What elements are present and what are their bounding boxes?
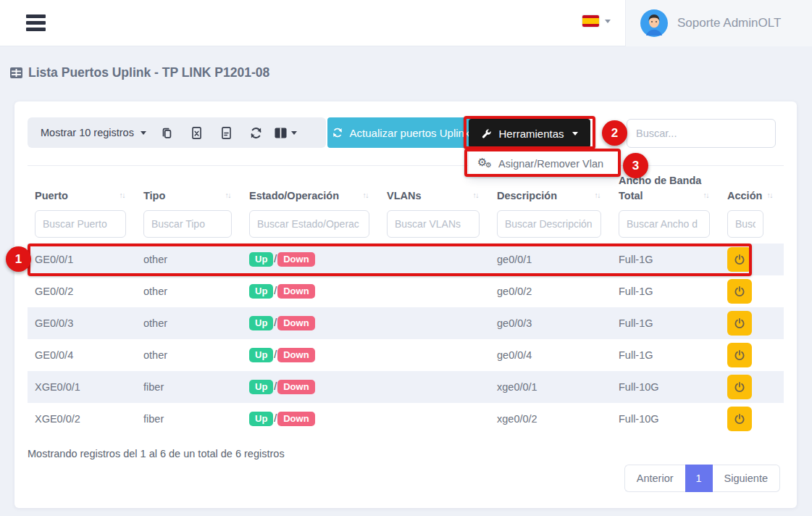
sort-icon: ↑↓ [473, 190, 479, 203]
update-uplink-ports-button[interactable]: Actualizar puertos Uplink [327, 117, 474, 148]
power-icon [734, 317, 745, 329]
power-icon [734, 286, 745, 297]
language-selector[interactable] [582, 15, 611, 27]
pagination-page-1-button[interactable]: 1 [685, 465, 713, 492]
file-lines-icon [220, 126, 233, 140]
status-separator: / [274, 317, 277, 328]
status-up-badge: Up [249, 316, 273, 330]
chevron-down-icon [291, 131, 297, 135]
power-toggle-button[interactable] [727, 375, 752, 399]
cell-tipo: other [136, 254, 242, 265]
cell-puerto: XGE0/0/1 [28, 381, 136, 393]
table-row-ge0-0-1[interactable]: GE0/0/1 other Up/Down ge0/0/1 Full-1G [28, 244, 784, 275]
power-icon [734, 254, 745, 265]
sort-icon: ↑↓ [225, 190, 231, 203]
cell-descripcion: ge0/0/2 [490, 286, 611, 297]
update-uplink-label: Actualizar puertos Uplink [350, 127, 470, 139]
search-input[interactable] [627, 119, 776, 148]
cell-estado: Up/Down [242, 348, 380, 362]
table-header-row: Puerto↑↓ Tipo↑↓ Estado/Operación↑↓ VLANs… [28, 172, 784, 203]
table-row-xge0-0-2[interactable]: XGE0/0/2 fiber Up/Down xge0/0/2 Full-10G [28, 403, 784, 435]
reload-table-button[interactable] [241, 117, 271, 148]
status-down-badge: Down [277, 316, 314, 330]
page-title-text: Lista Puertos Uplink - TP LINK P1201-08 [28, 65, 269, 80]
table-row-ge0-0-2[interactable]: GE0/0/2 other Up/Down ge0/0/2 Full-1G [28, 275, 784, 307]
column-header-vlans[interactable]: VLANs↑↓ [380, 172, 490, 203]
export-file-button[interactable] [212, 117, 241, 148]
pagination-next-button[interactable]: Siguiente [713, 465, 780, 492]
filter-descripcion-input[interactable] [497, 210, 601, 238]
tools-dropdown-menu: ⚙⚙ Asignar/Remover Vlan [468, 150, 621, 177]
sort-icon: ↑↓ [120, 190, 125, 203]
hamburger-menu-icon[interactable] [26, 14, 46, 32]
cell-estado: Up/Down [242, 412, 380, 426]
filter-vlans-input[interactable] [387, 210, 480, 238]
chevron-down-icon [141, 131, 146, 135]
filter-estado-input[interactable] [249, 210, 369, 238]
cell-ancho: Full-1G [611, 349, 720, 361]
cell-estado: Up/Down [242, 316, 380, 330]
status-up-badge: Up [249, 380, 273, 394]
power-toggle-button[interactable] [727, 407, 752, 431]
cell-tipo: fiber [136, 413, 242, 425]
status-separator: / [274, 412, 277, 424]
cell-descripcion: ge0/0/4 [490, 349, 611, 361]
cell-puerto: GE0/0/1 [28, 254, 136, 265]
top-navbar: Soporte AdminOLT [0, 0, 812, 46]
cell-descripcion: xge0/0/2 [490, 413, 611, 425]
table-row-xge0-0-1[interactable]: XGE0/0/1 fiber Up/Down xge0/0/1 Full-10G [28, 371, 784, 403]
page-title: Lista Puertos Uplink - TP LINK P1201-08 [10, 65, 269, 80]
status-separator: / [274, 253, 277, 265]
column-header-tipo[interactable]: Tipo↑↓ [136, 172, 242, 203]
refresh-icon [332, 127, 343, 138]
cell-ancho: Full-10G [611, 413, 720, 425]
table-row-ge0-0-4[interactable]: GE0/0/4 other Up/Down ge0/0/4 Full-1G [28, 339, 784, 371]
status-down-badge: Down [277, 284, 314, 299]
filter-accion-input[interactable] [727, 210, 763, 238]
power-toggle-button[interactable] [727, 279, 752, 304]
cell-puerto: GE0/0/2 [28, 286, 136, 297]
copy-button[interactable] [152, 117, 182, 148]
power-toggle-button[interactable] [727, 247, 752, 272]
uplink-ports-card: Mostrar 10 registros Actualizar puertos … [14, 101, 797, 508]
column-visibility-button[interactable] [271, 117, 301, 148]
cell-tipo: other [136, 317, 242, 329]
tools-button-label: Herramientas [498, 128, 564, 140]
column-header-estado[interactable]: Estado/Operación↑↓ [242, 172, 380, 203]
cell-ancho: Full-10G [611, 381, 720, 393]
power-icon [734, 349, 745, 361]
status-down-badge: Down [277, 252, 314, 267]
wrench-icon [481, 128, 492, 139]
user-name: Soporte AdminOLT [677, 16, 781, 30]
cell-puerto: XGE0/0/2 [28, 413, 136, 425]
power-toggle-button[interactable] [727, 311, 752, 336]
status-up-badge: Up [249, 412, 273, 426]
power-toggle-button[interactable] [727, 343, 752, 367]
sort-icon: ↑↓ [703, 190, 709, 203]
column-header-accion[interactable]: Acción↑↓ [720, 172, 784, 203]
assign-remove-vlan-label: Asignar/Remover Vlan [498, 158, 603, 170]
records-summary: Mostrando registros del 1 al 6 de un tot… [28, 448, 285, 459]
pagination: Anterior 1 Siguiente [624, 465, 780, 492]
column-header-descripcion[interactable]: Descripción↑↓ [490, 172, 611, 203]
table-row-ge0-0-3[interactable]: GE0/0/3 other Up/Down ge0/0/3 Full-1G [28, 307, 784, 339]
filter-ancho-input[interactable] [619, 210, 710, 238]
pagination-previous-button[interactable]: Anterior [624, 465, 685, 492]
column-header-ancho-banda[interactable]: Ancho de Banda Total↑↓ [611, 172, 720, 203]
show-records-dropdown[interactable]: Mostrar 10 registros [28, 117, 152, 148]
tools-dropdown-button[interactable]: Herramientas [469, 119, 590, 148]
filter-puerto-input[interactable] [35, 210, 126, 238]
column-header-puerto[interactable]: Puerto↑↓ [28, 172, 136, 203]
assign-remove-vlan-menu-item[interactable]: ⚙⚙ Asignar/Remover Vlan [469, 151, 620, 176]
sort-icon: ↑↓ [767, 190, 773, 203]
status-separator: / [274, 349, 277, 360]
cell-estado: Up/Down [242, 380, 380, 394]
power-icon [734, 381, 745, 393]
export-excel-button[interactable] [182, 117, 212, 148]
user-menu[interactable]: Soporte AdminOLT [625, 0, 812, 46]
cell-estado: Up/Down [242, 284, 380, 299]
cell-descripcion: xge0/0/1 [490, 381, 611, 393]
sort-icon: ↑↓ [363, 190, 369, 203]
filter-tipo-input[interactable] [143, 210, 232, 238]
chevron-down-icon [605, 20, 611, 23]
